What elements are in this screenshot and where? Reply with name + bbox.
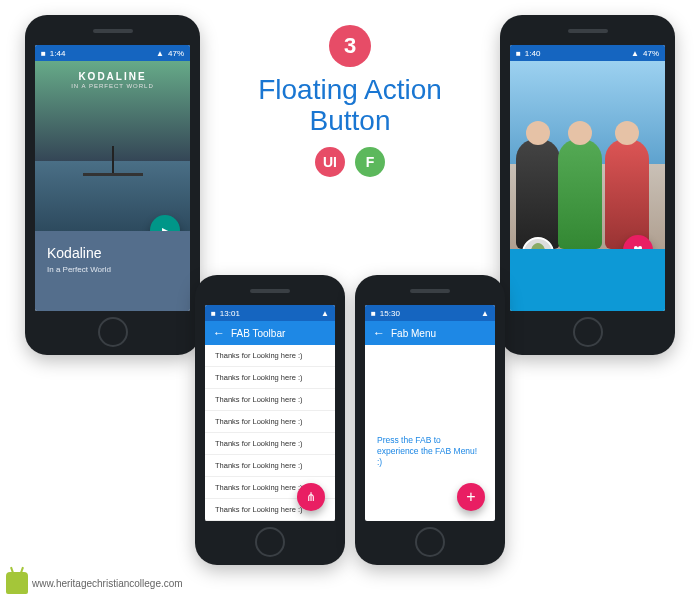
- home-button[interactable]: [573, 317, 603, 347]
- profile-bar: [510, 249, 665, 311]
- album-art-subtitle: IN A PERFECT WORLD: [35, 83, 190, 89]
- status-time: 1:40: [525, 49, 541, 58]
- home-button[interactable]: [415, 527, 445, 557]
- mini-badges: UI F: [220, 147, 480, 177]
- home-button[interactable]: [255, 527, 285, 557]
- ui-badge: UI: [315, 147, 345, 177]
- camera-icon: ■: [516, 49, 521, 58]
- watermark-text: www.heritagechristiancollege.com: [32, 578, 183, 589]
- list-item[interactable]: Thanks for Looking here :): [205, 455, 335, 477]
- list-item[interactable]: Thanks for Looking here :): [205, 367, 335, 389]
- back-icon[interactable]: ←: [373, 326, 385, 340]
- screen: ■1:40 ▲47%: [510, 45, 665, 311]
- signal-icon: ▲: [321, 309, 329, 318]
- phone-speaker: [250, 289, 290, 293]
- list-item[interactable]: Thanks for Looking here :): [205, 433, 335, 455]
- add-fab[interactable]: [457, 483, 485, 511]
- track-artist: Kodaline: [47, 245, 178, 261]
- phone-fab-toolbar: ■13:01 ▲ ← FAB Toolbar Thanks for Lookin…: [195, 275, 345, 565]
- hint-text: Press the FAB to experience the FAB Menu…: [377, 435, 483, 468]
- phone-speaker: [93, 29, 133, 33]
- share-fab[interactable]: [297, 483, 325, 511]
- camera-icon: ■: [371, 309, 376, 318]
- status-time: 13:01: [220, 309, 240, 318]
- share-icon: [306, 490, 316, 504]
- list-item[interactable]: Thanks for Looking here :): [205, 411, 335, 433]
- status-bar: ■1:40 ▲47%: [510, 45, 665, 61]
- battery-text: 47%: [643, 49, 659, 58]
- android-icon: [6, 572, 28, 594]
- promo-title: Floating Action Button: [220, 75, 480, 137]
- back-icon[interactable]: ←: [213, 326, 225, 340]
- app-bar-title: Fab Menu: [391, 328, 436, 339]
- camera-icon: ■: [211, 309, 216, 318]
- list-item[interactable]: Thanks for Looking here :): [205, 389, 335, 411]
- phone-music-player: ■1:44 ▲47% KODALINE IN A PERFECT WORLD K…: [25, 15, 200, 355]
- count-badge: 3: [329, 25, 371, 67]
- phone-speaker: [568, 29, 608, 33]
- phone-speaker: [410, 289, 450, 293]
- app-bar: ← FAB Toolbar: [205, 321, 335, 345]
- signal-icon: ▲: [631, 49, 639, 58]
- status-bar: ■15:30 ▲: [365, 305, 495, 321]
- signal-icon: ▲: [156, 49, 164, 58]
- title-line-2: Button: [310, 105, 391, 136]
- battery-text: 47%: [168, 49, 184, 58]
- title-block: 3 Floating Action Button UI F: [220, 25, 480, 177]
- signal-icon: ▲: [481, 309, 489, 318]
- screen: ■13:01 ▲ ← FAB Toolbar Thanks for Lookin…: [205, 305, 335, 521]
- app-bar-title: FAB Toolbar: [231, 328, 285, 339]
- promo-canvas: 3 Floating Action Button UI F ■1:44 ▲47%…: [0, 0, 700, 600]
- title-line-1: Floating Action: [258, 74, 442, 105]
- list-item[interactable]: Thanks for Looking here :): [205, 345, 335, 367]
- f-badge: F: [355, 147, 385, 177]
- watermark: www.heritagechristiancollege.com: [6, 572, 183, 594]
- plus-icon: [466, 488, 475, 506]
- status-time: 15:30: [380, 309, 400, 318]
- track-album: In a Perfect World: [47, 265, 178, 274]
- status-time: 1:44: [50, 49, 66, 58]
- screen: ■15:30 ▲ ← Fab Menu Press the FAB to exp…: [365, 305, 495, 521]
- camera-icon: ■: [41, 49, 46, 58]
- home-button[interactable]: [98, 317, 128, 347]
- album-art-title: KODALINE: [35, 71, 190, 82]
- phone-fab-menu: ■15:30 ▲ ← Fab Menu Press the FAB to exp…: [355, 275, 505, 565]
- status-bar: ■13:01 ▲: [205, 305, 335, 321]
- cover-photo: [510, 61, 665, 249]
- screen: ■1:44 ▲47% KODALINE IN A PERFECT WORLD K…: [35, 45, 190, 311]
- app-bar: ← Fab Menu: [365, 321, 495, 345]
- status-bar: ■1:44 ▲47%: [35, 45, 190, 61]
- album-art: KODALINE IN A PERFECT WORLD: [35, 61, 190, 231]
- phone-profile: ■1:40 ▲47%: [500, 15, 675, 355]
- now-playing-panel: Kodaline In a Perfect World: [35, 231, 190, 311]
